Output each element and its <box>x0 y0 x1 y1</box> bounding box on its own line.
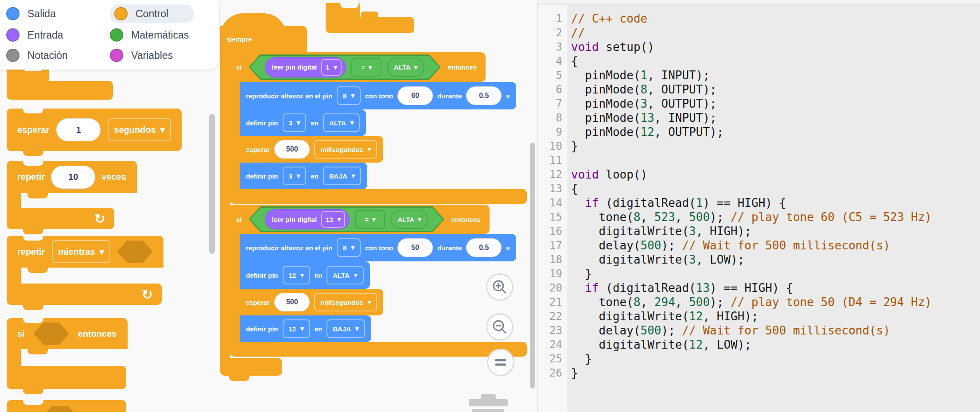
tone-value-field[interactable]: 50 <box>397 238 433 257</box>
condition-placeholder-hex[interactable] <box>117 241 153 263</box>
notacion-color-dot <box>6 49 19 62</box>
set-pin-high-block-2[interactable]: definir pin 12 ▾ en ALTA ▾ <box>240 261 370 289</box>
zoom-in-button[interactable] <box>486 273 513 301</box>
line-number: 19 <box>538 267 568 281</box>
if1-bottom-bar <box>230 189 527 204</box>
control-color-dot <box>114 7 128 20</box>
line-number-gutter: 1234567891011121314151617181920212223242… <box>538 5 568 412</box>
pin-dropdown[interactable]: 12 ▾ <box>283 319 310 338</box>
read-digital-pin-block[interactable]: leer pin digital 13 ▾ <box>265 209 350 229</box>
category-matematicas[interactable]: Matemáticas <box>110 26 189 44</box>
code-line: void loop() <box>571 167 980 182</box>
pin-dropdown[interactable]: 3 ▾ <box>283 167 307 185</box>
zoom-reset-button[interactable] <box>487 349 514 376</box>
set-pin-low-block-2[interactable]: definir pin 12 ▾ en BAJA ▾ <box>240 315 371 342</box>
set-pin-low-block-1[interactable]: definir pin 3 ▾ en BAJA ▾ <box>240 163 367 189</box>
while-mode-dropdown[interactable]: mientras ▾ <box>52 240 110 263</box>
pin-value: 1 <box>326 63 329 71</box>
duration-value-field[interactable]: 0.5 <box>466 86 502 105</box>
state-dropdown[interactable]: BAJA ▾ <box>323 167 361 185</box>
category-label: Matemáticas <box>131 29 189 41</box>
wait-unit-dropdown[interactable]: milisegundos ▾ <box>314 293 377 311</box>
duration-value-field[interactable]: 0.5 <box>466 238 502 257</box>
category-variables[interactable]: Variables <box>110 46 173 65</box>
wait-unit-label: segundos <box>114 125 156 135</box>
wait-block-2[interactable]: esperar 500 milisegundos ▾ <box>240 289 383 315</box>
wait-block-1[interactable]: esperar 500 milisegundos ▾ <box>240 136 383 163</box>
category-control-selected[interactable]: Control <box>110 4 194 23</box>
state-dropdown[interactable]: ALTA ▾ <box>387 58 424 77</box>
state-value: ALTA <box>329 119 346 127</box>
operator-dropdown[interactable]: = ▾ <box>351 58 381 77</box>
state-dropdown[interactable]: ALTA ▾ <box>323 113 360 132</box>
repeat-suffix-label: veces <box>101 172 126 182</box>
pin-dropdown[interactable]: 8 ▾ <box>337 238 361 257</box>
line-number: 24 <box>538 338 568 352</box>
wait-unit-label: milisegundos <box>320 299 363 306</box>
inner-bump <box>27 268 48 273</box>
pin-dropdown[interactable]: 8 ▾ <box>337 86 361 105</box>
pin-dropdown[interactable]: 12 ▾ <box>283 266 310 284</box>
palette-wait-block[interactable]: esperar 1 segundos ▾ <box>7 109 182 151</box>
forever-bottom-bar <box>220 358 282 376</box>
chevron-down-icon: ▾ <box>334 63 338 71</box>
wait-unit-dropdown[interactable]: segundos ▾ <box>108 118 171 141</box>
state-value: ALTA <box>397 216 414 223</box>
line-number: 18 <box>538 253 568 267</box>
play-speaker-block-2[interactable]: reproducir altavoz en el pin 8 ▾ con ton… <box>240 234 516 261</box>
read-pin-label: leer pin digital <box>272 63 317 71</box>
if1-condition[interactable]: leer pin digital 1 ▾ = ▾ ALTA ▾ <box>249 54 441 80</box>
code-line: } <box>571 139 980 153</box>
if2-condition[interactable]: leer pin digital 13 ▾ = ▾ ALTA ▾ <box>249 206 444 232</box>
wait-value-field[interactable]: 500 <box>274 140 310 159</box>
pin-dropdown[interactable]: 1 ▾ <box>321 59 342 76</box>
if-top-row: si entonces <box>7 318 128 349</box>
state-dropdown[interactable]: BAJA ▾ <box>327 319 365 338</box>
chevron-down-icon: ▾ <box>300 271 304 279</box>
notch-cut <box>23 318 43 323</box>
wait-value-field[interactable]: 1 <box>56 118 101 141</box>
tone-label: con tono <box>365 92 393 100</box>
condition-placeholder-hex[interactable] <box>34 323 69 345</box>
read-digital-pin-block[interactable]: leer pin digital 1 ▾ <box>265 57 346 78</box>
line-number: 3 <box>538 40 568 54</box>
wait-value-field[interactable]: 500 <box>274 293 310 311</box>
zoom-reset-icon <box>492 354 509 371</box>
category-salida[interactable]: Salida <box>6 4 56 23</box>
workspace-scrollbar[interactable] <box>530 143 535 389</box>
zoom-out-button[interactable] <box>486 313 513 341</box>
line-number: 23 <box>538 323 568 338</box>
set-pin-label: definir pin <box>246 325 278 333</box>
code-line: } <box>571 352 980 366</box>
tinkercad-codeblocks-app: Salida Entrada Notación Control Matemáti… <box>0 0 980 412</box>
state-dropdown[interactable]: ALTA ▾ <box>327 266 363 284</box>
code-panel[interactable]: 1234567891011121314151617181920212223242… <box>537 0 980 412</box>
duration-label: durante <box>437 244 462 252</box>
tone-value-field[interactable]: 60 <box>397 86 433 105</box>
if1-header: si leer pin digital 1 ▾ = ▾ <box>230 52 486 82</box>
palette-scrollbar[interactable] <box>209 114 215 254</box>
line-number: 21 <box>538 295 568 309</box>
then-label: entonces <box>451 216 481 223</box>
set-pin-high-block-1[interactable]: definir pin 3 ▾ en ALTA ▾ <box>240 109 366 136</box>
wait-unit-dropdown[interactable]: milisegundos ▾ <box>314 140 377 159</box>
code-line: pinMode(12, OUTPUT); <box>571 125 980 139</box>
operator-dropdown[interactable]: = ▾ <box>355 210 385 229</box>
inner-bump <box>27 349 48 354</box>
loop-arrow-icon: ↻ <box>142 287 153 302</box>
repeat-label: repetir <box>17 172 45 182</box>
forever-label: siempre <box>226 35 252 43</box>
state-dropdown[interactable]: ALTA ▾ <box>390 210 428 229</box>
code-editor-text: // C++ code//void setup(){ pinMode(1, IN… <box>571 5 980 412</box>
wait-unit-label: milisegundos <box>320 146 363 153</box>
code-line: if (digitalRead(13) == HIGH) { <box>571 281 980 295</box>
play-speaker-block-1[interactable]: reproducir altavoz en el pin 8 ▾ con ton… <box>240 82 516 109</box>
category-entrada[interactable]: Entrada <box>6 26 63 44</box>
pin-dropdown[interactable]: 3 ▾ <box>283 113 307 132</box>
repeat-count-field[interactable]: 10 <box>51 166 95 189</box>
category-notacion[interactable]: Notación <box>6 46 68 65</box>
line-number: 13 <box>538 182 568 196</box>
code-line: tone(8, 523, 500); // play tone 60 (C5 =… <box>571 210 980 224</box>
duration-label: durante <box>437 92 462 100</box>
pin-dropdown[interactable]: 13 ▾ <box>321 211 345 228</box>
